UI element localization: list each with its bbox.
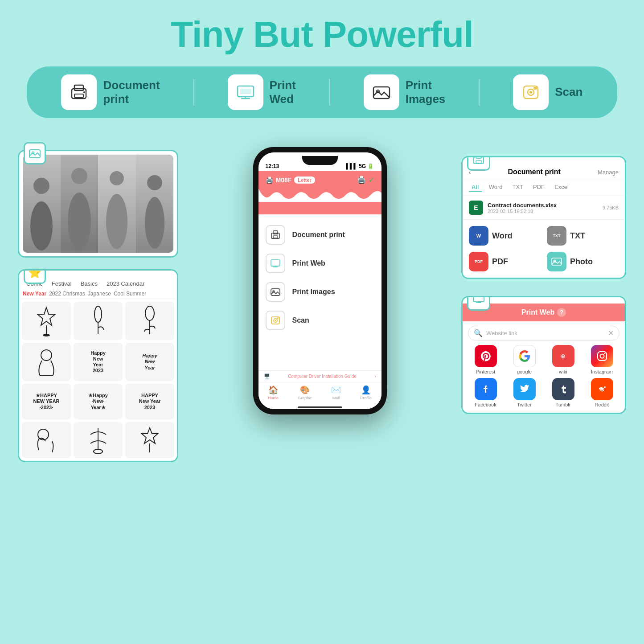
photo-type-icon (547, 252, 566, 271)
doc-type-pdf[interactable]: PDF PDF (469, 252, 541, 271)
template-sub-tabs: New Year 2022 Chrismas Japanese Cool Sum… (19, 289, 177, 299)
nav-graphic[interactable]: 🎨 Graphic (298, 385, 312, 400)
template-cell-6[interactable]: HappyNewYear (125, 343, 174, 381)
doc-file-row: E Contract documents.xlsx 2023-03-15 16:… (463, 196, 625, 220)
subtab-cool-summer[interactable]: Cool Summer (114, 291, 146, 297)
phone-header-left: 🖨️ M08F Letter (266, 176, 315, 184)
tab-2023-calendar[interactable]: 2023 Calendar (103, 279, 148, 289)
doc-type-word[interactable]: W Word (469, 226, 541, 246)
feature-print-web[interactable]: PrintWed (228, 74, 296, 110)
twitter-label: Twitter (517, 402, 531, 407)
feature-doc-print[interactable]: Documentprint (61, 74, 160, 110)
app-instagram[interactable]: Instagram (584, 345, 619, 374)
tumblr-label: Tumblr (556, 402, 571, 407)
menu-scan-icon (266, 311, 285, 330)
svg-rect-53 (552, 258, 562, 265)
doc-type-txt[interactable]: TXT TXT (547, 226, 619, 246)
app-facebook[interactable]: Facebook (468, 378, 503, 407)
menu-doc-print-label: Document print (292, 231, 345, 239)
doc-manage-btn[interactable]: Manage (598, 169, 619, 176)
template-cell-8[interactable]: ★Happy·New·Year★ (74, 384, 123, 419)
wiki-icon: e (552, 345, 574, 367)
template-cell-2[interactable] (74, 302, 123, 340)
app-reddit[interactable]: Reddit (584, 378, 619, 407)
app-pinterest[interactable]: Pinterest (468, 345, 503, 374)
web-search-placeholder: Website link (486, 330, 604, 336)
nav-home[interactable]: 🏠 Home (268, 385, 279, 400)
doc-tab-all[interactable]: All (469, 183, 482, 192)
instagram-icon (591, 345, 613, 367)
right-panel: ‹ Document print Manage All Word TXT PDF… (461, 143, 626, 414)
app-wiki[interactable]: e wiki (546, 345, 581, 374)
pdf-label: PDF (492, 257, 508, 267)
template-cell-9[interactable]: HAPPYNew Year2023 (125, 384, 174, 419)
twitter-icon (513, 378, 536, 400)
svg-point-60 (604, 353, 605, 354)
feature-divider-2 (329, 79, 330, 106)
tab-festival[interactable]: Festival (48, 279, 75, 289)
template-cell-10[interactable] (22, 422, 71, 458)
photo-card (18, 150, 178, 258)
print-icon-small[interactable]: 🖨️ (357, 176, 366, 184)
phone-wrapper: 12:13 ▌▌▌ 5G 🔋 🖨️ M08F Letter 🖨️ ✓ (249, 147, 391, 414)
subtab-japanese[interactable]: Japanese (88, 291, 111, 297)
doc-type-photo[interactable]: Photo (547, 252, 619, 271)
feature-divider-1 (193, 79, 194, 106)
nav-mail[interactable]: ✉️ Mail (331, 385, 341, 400)
doc-tab-txt[interactable]: TXT (509, 183, 526, 192)
doc-tab-pdf[interactable]: PDF (530, 183, 547, 192)
phone-notch (302, 156, 338, 165)
feature-divider-3 (479, 79, 480, 106)
svg-point-48 (275, 320, 276, 321)
reddit-label: Reddit (595, 402, 609, 407)
nav-profile-label: Profile (360, 396, 372, 400)
feature-scan[interactable]: Scan (513, 74, 582, 110)
svg-point-20 (110, 171, 124, 185)
svg-point-16 (33, 178, 49, 194)
app-twitter[interactable]: Twitter (507, 378, 542, 407)
web-apps-row2: Facebook Twitter T (463, 378, 625, 413)
tab-basics[interactable]: Basics (77, 279, 101, 289)
mail-icon: ✉️ (331, 385, 341, 395)
web-search-bar[interactable]: 🔍 Website link ✕ (468, 326, 619, 340)
clear-icon[interactable]: ✕ (608, 329, 614, 337)
template-cell-11[interactable] (74, 422, 123, 458)
svg-point-26 (43, 334, 50, 336)
subtab-2022-christmas[interactable]: 2022 Chrismas (49, 291, 85, 297)
wiki-label: wiki (559, 369, 567, 374)
template-cell-7[interactable]: ★HAPPYNEW YEAR·2023· (22, 384, 71, 419)
facebook-icon (475, 378, 497, 400)
menu-scan[interactable]: Scan (266, 309, 374, 332)
doc-print-card: ‹ Document print Manage All Word TXT PDF… (461, 156, 626, 279)
template-cell-12[interactable] (125, 422, 174, 458)
template-cell-3[interactable] (125, 302, 174, 340)
menu-print-web[interactable]: Print Web (266, 252, 374, 275)
app-google[interactable]: google (507, 345, 542, 374)
menu-doc-print[interactable]: Document print (266, 223, 374, 246)
template-cell-1[interactable] (22, 302, 71, 340)
doc-tab-word[interactable]: Word (486, 183, 505, 192)
search-icon: 🔍 (474, 329, 483, 337)
doc-file-info: Contract documents.xlsx 2023-03-15 16:52… (488, 202, 598, 214)
phone-signal: ▌▌▌ 5G 🔋 (346, 163, 374, 169)
facebook-label: Facebook (475, 402, 496, 407)
feature-print-images[interactable]: PrintImages (364, 74, 446, 110)
doc-tab-excel[interactable]: Excel (552, 183, 571, 192)
nav-profile[interactable]: 👤 Profile (360, 385, 372, 400)
svg-point-31 (41, 350, 52, 361)
nav-home-label: Home (268, 396, 279, 400)
app-tumblr[interactable]: Tumblr (546, 378, 581, 407)
print-images-icon (364, 74, 399, 110)
scan-label: Scan (555, 85, 582, 99)
menu-print-images-icon (266, 282, 285, 302)
template-cell-5[interactable]: HappyNewYear2023 (74, 343, 123, 381)
svg-point-18 (71, 168, 87, 184)
doc-file-name: Contract documents.xlsx (488, 202, 598, 209)
menu-print-images[interactable]: Print Images (266, 280, 374, 304)
svg-rect-39 (273, 231, 278, 234)
phone-nav: 🏠 Home 🎨 Graphic ✉️ Mail 👤 Profile (258, 382, 381, 406)
phone-guide-bar[interactable]: 🖥️ Computer Driver Installation Guide › (258, 370, 381, 382)
template-cell-4[interactable] (22, 343, 71, 381)
doc-file-size: 9.75KB (603, 205, 619, 210)
subtab-new-year[interactable]: New Year (23, 291, 46, 297)
